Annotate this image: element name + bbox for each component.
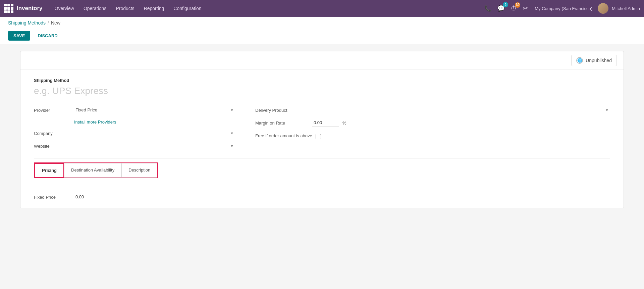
discard-button[interactable]: DISCARD (34, 31, 61, 41)
unpublished-label: Unpublished (586, 58, 612, 63)
margin-on-rate-row: Margin on Rate % (255, 119, 610, 127)
nav-reporting[interactable]: Reporting (140, 3, 168, 14)
nav-overview[interactable]: Overview (51, 3, 78, 14)
activities-badge: 39 (515, 2, 520, 8)
pricing-tab-content: Fixed Price (20, 186, 624, 208)
shipping-method-label: Shipping Method (34, 78, 610, 83)
free-order-checkbox[interactable] (316, 134, 321, 139)
save-button[interactable]: SAVE (8, 31, 30, 41)
form-left-col: Provider Fixed Price ▼ (34, 106, 235, 150)
tabs-highlight-box: Pricing Destination Availability Descrip… (34, 162, 158, 178)
apps-menu-icon[interactable] (4, 4, 13, 13)
nav-products[interactable]: Products (112, 3, 138, 14)
company-name: My Company (San Francisco) (535, 6, 592, 11)
margin-pct-label: % (342, 121, 346, 126)
activities-icon[interactable]: ⏱ 39 (509, 4, 518, 13)
messages-icon[interactable]: 💬 2 (496, 3, 506, 13)
user-name: Mitchell Admin (612, 6, 640, 11)
free-order-label: Free if order amount is above (255, 133, 312, 139)
breadcrumb-separator: / (48, 20, 49, 26)
avatar-image (598, 3, 608, 14)
nav-configuration[interactable]: Configuration (169, 3, 205, 14)
form-card: 🌐 Unpublished Shipping Method Provider (20, 51, 624, 208)
company-field-row: Company ▼ (34, 129, 235, 137)
provider-label: Provider (34, 108, 74, 113)
nav-menu: Overview Operations Products Reporting C… (51, 3, 483, 14)
fixed-price-label: Fixed Price (34, 195, 74, 200)
action-bar: SAVE DISCARD (8, 28, 636, 44)
breadcrumb-parent[interactable]: Shipping Methods (8, 20, 46, 26)
provider-select[interactable]: Fixed Price (74, 106, 235, 114)
form-two-col: Provider Fixed Price ▼ (34, 106, 610, 150)
fixed-price-row: Fixed Price (34, 193, 610, 201)
delivery-product-row: Delivery Product ▼ (255, 106, 610, 114)
company-label: Company (34, 131, 74, 136)
tabs-section: Pricing Destination Availability Descrip… (34, 158, 610, 178)
brand-name[interactable]: Inventory (17, 5, 43, 12)
website-select-wrap: ▼ (74, 142, 235, 150)
avatar[interactable] (598, 3, 608, 14)
nav-operations[interactable]: Operations (79, 3, 110, 14)
breadcrumb-current: New (51, 20, 60, 26)
main-content: 🌐 Unpublished Shipping Method Provider (0, 44, 644, 215)
shipping-method-name-input[interactable] (34, 84, 242, 98)
install-providers-link[interactable]: Install more Providers (74, 119, 235, 125)
website-label: Website (34, 144, 74, 149)
provider-select-wrap: Fixed Price ▼ (74, 106, 235, 114)
company-value: ▼ (74, 129, 235, 137)
website-field-row: Website ▼ (34, 142, 235, 150)
margin-value-input[interactable] (312, 119, 339, 127)
install-providers-row: Install more Providers (34, 119, 235, 125)
settings-icon[interactable]: ✂ (522, 3, 529, 13)
delivery-product-value: ▼ (312, 106, 610, 114)
breadcrumb: Shipping Methods / New (8, 20, 636, 28)
globe-icon: 🌐 (576, 57, 583, 64)
shipping-method-field-group: Shipping Method (34, 78, 610, 98)
website-value: ▼ (74, 142, 235, 150)
phone-icon[interactable]: 📞 (483, 4, 493, 13)
tab-description[interactable]: Description (121, 163, 157, 178)
tab-destination-availability[interactable]: Destination Availability (64, 163, 121, 178)
free-order-amount-row: Free if order amount is above (255, 133, 610, 139)
messages-badge: 2 (503, 2, 508, 7)
page-header: Shipping Methods / New SAVE DISCARD (0, 17, 644, 44)
tab-pricing[interactable]: Pricing (35, 163, 64, 178)
provider-field-row: Provider Fixed Price ▼ (34, 106, 235, 114)
fixed-price-input[interactable] (74, 193, 215, 201)
delivery-product-label: Delivery Product (255, 108, 309, 113)
provider-value: Fixed Price ▼ (74, 106, 235, 114)
margin-on-rate-label: Margin on Rate (255, 121, 309, 126)
delivery-product-select[interactable] (312, 106, 610, 114)
company-select-wrap: ▼ (74, 129, 235, 137)
card-top-bar: 🌐 Unpublished (20, 51, 624, 70)
form-body: Shipping Method Provider Fixed Price (20, 70, 624, 186)
nav-right-area: 📞 💬 2 ⏱ 39 ✂ My Company (San Francisco) … (483, 3, 640, 14)
company-select[interactable] (74, 129, 235, 137)
unpublished-button[interactable]: 🌐 Unpublished (571, 55, 617, 66)
form-right-col: Delivery Product ▼ Margin on Rate % (255, 106, 610, 150)
website-select[interactable] (74, 142, 235, 150)
top-navigation: Inventory Overview Operations Products R… (0, 0, 644, 17)
